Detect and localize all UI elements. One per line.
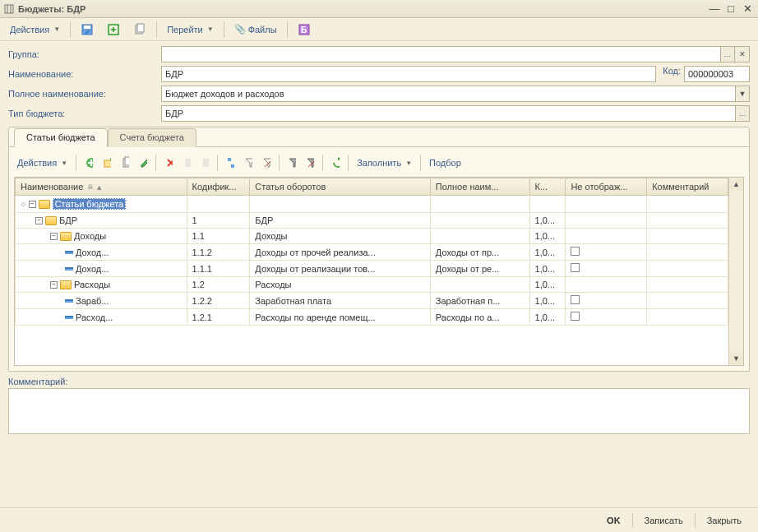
table-row[interactable]: −Доходы1.1Доходы1,0... — [16, 229, 728, 244]
dropdown-icon: ▼ — [61, 160, 67, 167]
copy-row-icon[interactable] — [118, 155, 132, 170]
hide-checkbox[interactable] — [571, 295, 580, 304]
hierarchy-icon[interactable] — [223, 155, 238, 170]
grid-actions-menu[interactable]: Действия ▼ — [14, 154, 71, 172]
grid-scrollbar[interactable]: ▲ ▼ — [728, 178, 743, 365]
table-row[interactable]: −Расходы1.2Расходы1,0... — [16, 277, 728, 293]
tree-toggle-icon[interactable]: − — [50, 281, 58, 289]
type-label: Тип бюджета: — [8, 109, 156, 118]
delete-icon[interactable] — [161, 155, 176, 170]
edit-icon[interactable] — [136, 155, 150, 170]
add-icon[interactable] — [81, 155, 96, 170]
dropdown-icon: ▼ — [207, 25, 214, 33]
tab-budget-accounts[interactable]: Счета бюджета — [108, 128, 196, 147]
table-row[interactable]: −БДР1БДР1,0... — [16, 213, 728, 229]
row-name: Доход... — [76, 247, 109, 257]
scroll-up-icon[interactable]: ▲ — [729, 178, 743, 191]
table-row[interactable]: Доход...1.1.2Доходы от прочей реализа...… — [16, 244, 728, 261]
save-icon-button[interactable] — [76, 21, 99, 39]
tree-toggle-icon[interactable]: − — [35, 217, 43, 224]
files-button-label: Файлы — [248, 25, 277, 35]
goto-menu[interactable]: Перейти ▼ — [162, 21, 219, 39]
type-input[interactable]: БДР — [161, 105, 735, 122]
group-input[interactable] — [161, 46, 720, 62]
column-header[interactable]: Полное наим... — [430, 178, 529, 196]
table-row[interactable]: Расход...1.2.1Расходы по аренде помещ...… — [16, 309, 728, 326]
tree-toggle-icon[interactable]: − — [29, 201, 36, 208]
svg-rect-16 — [203, 159, 209, 167]
hide-checkbox[interactable] — [571, 263, 580, 272]
maximize-button[interactable]: □ — [723, 2, 738, 16]
svg-rect-14 — [125, 157, 129, 165]
titlebar: Бюджеты: БДР — □ ✕ — [0, 0, 758, 18]
disabled-icon-2 — [197, 155, 212, 170]
column-header[interactable]: Кодифик... — [187, 178, 250, 196]
refresh-icon-button[interactable] — [102, 21, 125, 39]
folder-icon — [39, 200, 50, 209]
minimize-button[interactable]: — — [707, 2, 722, 16]
group-select-button[interactable]: … — [720, 46, 735, 62]
save-button[interactable]: Записать — [636, 513, 691, 528]
row-name: Расход... — [76, 312, 113, 322]
budget-items-grid: Наименование ≞ ▲Кодифик...Статья оборото… — [14, 177, 744, 366]
column-header[interactable]: Статья оборотов — [250, 178, 430, 196]
item-icon — [65, 316, 73, 319]
goto-menu-label: Перейти — [167, 25, 203, 35]
table-row[interactable]: Доход...1.1.1Доходы от реализации тов...… — [16, 261, 728, 277]
comment-label: Комментарий: — [8, 377, 750, 386]
row-name: БДР — [59, 215, 77, 225]
type-select-button[interactable]: … — [735, 105, 750, 122]
disabled-icon-1 — [179, 155, 194, 170]
select-button[interactable]: Подбор — [426, 154, 465, 172]
fullname-label: Полное наименование: — [8, 89, 156, 99]
row-name: Доход... — [76, 264, 109, 274]
report-icon-button[interactable]: Б — [293, 21, 316, 39]
group-clear-button[interactable]: ✕ — [735, 46, 750, 62]
item-icon — [65, 267, 73, 271]
footer-buttons: OK Записать Закрыть — [0, 507, 758, 532]
code-label: Код: — [663, 66, 681, 82]
paperclip-icon: 📎 — [234, 24, 246, 35]
tree-toggle-icon[interactable]: − — [50, 233, 58, 240]
svg-rect-15 — [185, 159, 191, 167]
hide-checkbox[interactable] — [571, 312, 580, 321]
refresh-icon[interactable] — [328, 155, 343, 170]
name-input[interactable]: БДР — [161, 66, 656, 82]
fill-menu[interactable]: Заполнить ▼ — [354, 154, 415, 172]
column-header[interactable]: К... — [529, 178, 566, 196]
row-name: Зараб... — [76, 296, 109, 306]
column-header[interactable]: Наименование ≞ ▲ — [16, 178, 187, 196]
comment-input[interactable] — [8, 388, 750, 434]
filter2-icon[interactable] — [284, 155, 299, 170]
folder-icon — [45, 216, 57, 225]
tab-budget-items[interactable]: Статьи бюджета — [14, 128, 108, 147]
row-name: Доходы — [74, 231, 106, 241]
svg-rect-7 — [137, 24, 144, 32]
close-button[interactable]: ✕ — [740, 2, 755, 16]
fullname-dropdown-button[interactable]: ▼ — [735, 86, 750, 102]
hide-checkbox[interactable] — [571, 247, 580, 256]
svg-rect-19 — [231, 164, 234, 168]
ok-button[interactable]: OK — [599, 513, 629, 528]
column-header[interactable]: Не отображ... — [566, 178, 647, 196]
folder-icon — [60, 280, 72, 289]
table-row[interactable]: ○−Статьи бюджета — [16, 196, 728, 213]
add-group-icon[interactable] — [99, 155, 114, 170]
table-row[interactable]: Зараб...1.2.2Заработная платаЗаработная … — [16, 293, 728, 309]
window-title: Бюджеты: БДР — [18, 4, 705, 14]
scroll-down-icon[interactable]: ▼ — [729, 352, 743, 365]
files-button[interactable]: 📎 Файлы — [229, 21, 282, 39]
filter-icon[interactable] — [241, 155, 256, 170]
column-header[interactable]: Комментарий — [647, 178, 728, 196]
tab-body: Действия ▼ — [9, 147, 749, 371]
code-input[interactable]: 000000003 — [684, 66, 750, 82]
filter2-off-icon[interactable] — [303, 155, 317, 170]
copy-icon-button[interactable] — [128, 21, 151, 39]
svg-rect-17 — [228, 158, 231, 161]
close-form-button[interactable]: Закрыть — [699, 513, 750, 528]
row-name: Статьи бюджета — [53, 198, 127, 210]
item-icon — [65, 299, 73, 303]
filter-off-icon[interactable] — [259, 155, 274, 170]
actions-menu[interactable]: Действия ▼ — [5, 21, 65, 39]
fullname-input[interactable]: Бюджет доходов и расходов — [161, 86, 735, 102]
